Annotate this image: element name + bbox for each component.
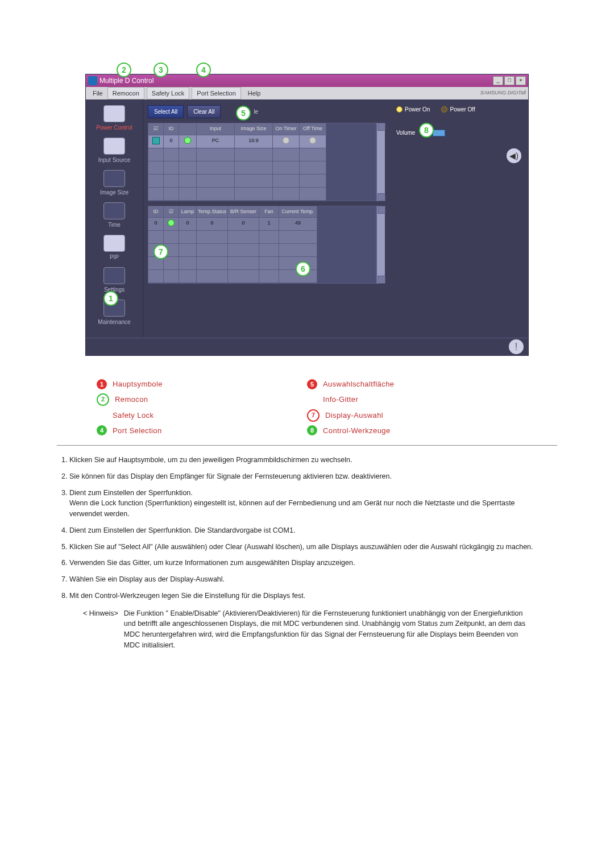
legend-num: 7 — [307, 409, 320, 422]
grid-scrollbar[interactable] — [376, 206, 385, 284]
legend-num: 5 — [307, 379, 317, 389]
titlebar: Multiple D Control _ □ × — [86, 74, 528, 87]
legend-label: Info-Gitter — [323, 394, 358, 405]
power-off-radio[interactable]: Power Off — [441, 105, 475, 114]
statusbar: ! — [86, 338, 528, 355]
cell2-temp: 0 — [197, 218, 228, 231]
hinweis-label: < Hinweis> — [83, 608, 118, 651]
menu-help[interactable]: Help — [243, 88, 265, 99]
table-row[interactable] — [148, 175, 376, 188]
callout-1: 1 — [103, 291, 118, 306]
time-icon — [103, 202, 125, 219]
display-grid: ☑ ID Input Image Size On Timer Off Time — [148, 123, 385, 201]
table-row[interactable] — [148, 161, 376, 175]
warning-icon: ! — [509, 339, 524, 354]
volume-slider[interactable] — [433, 130, 445, 136]
volume-label: Volume — [396, 128, 415, 137]
cell2-id: 0 — [148, 218, 164, 231]
menubar: File Remocon Safety Lock Port Selection … — [86, 87, 528, 99]
menu-safety-lock[interactable]: Safety Lock — [147, 87, 189, 100]
col2-chk: ☑ — [164, 206, 179, 218]
legend-label: Auswahlschaltfläche — [323, 379, 394, 390]
legend-label: Control-Werkzeuge — [323, 425, 391, 437]
cell2-lamp: 0 — [179, 218, 197, 231]
cell-id: 0 — [164, 135, 179, 148]
le-label: le — [254, 107, 258, 116]
app-window: Multiple D Control _ □ × File Remocon Sa… — [85, 74, 529, 356]
callout-3: 3 — [154, 63, 168, 77]
callout-6: 6 — [296, 261, 310, 276]
app-icon — [88, 76, 97, 85]
legend-label: Remocon — [115, 394, 148, 405]
legend-num: 2 — [97, 393, 109, 406]
sidebar-item-label: Image Size — [100, 188, 128, 197]
sidebar-item-label: Input Source — [98, 156, 131, 164]
sidebar-item-label: Maintenance — [98, 318, 130, 326]
table-row[interactable] — [148, 231, 376, 244]
info-grid: ID ☑ Lamp Temp.Status B/R Senser Fan Cur… — [148, 206, 385, 284]
power-on-label: Power On — [405, 105, 430, 114]
notes-section: Klicken Sie auf Hauptsymbole, um zu den … — [0, 455, 614, 651]
clear-all-button[interactable]: Clear All — [187, 105, 221, 118]
col-check: ☑ — [148, 123, 164, 135]
radio-icon — [396, 106, 403, 113]
col2-br: B/R Senser — [228, 206, 259, 218]
note-item: Mit den Control-Werkzeugen legen Sie die… — [69, 591, 534, 601]
callout-8: 8 — [419, 123, 434, 138]
table-row[interactable] — [148, 270, 376, 283]
divider — [57, 445, 557, 446]
status-indicator-icon — [168, 219, 175, 226]
table-row[interactable] — [148, 188, 376, 201]
speaker-icon[interactable]: ◀) — [507, 148, 521, 163]
legend: 1Hauptsymbole 5Auswahlschaltfläche 2Remo… — [0, 373, 614, 436]
legend-num: 4 — [97, 425, 107, 435]
power-off-label: Power Off — [450, 105, 475, 114]
sidebar-item-power[interactable]: Power Control — [86, 105, 143, 132]
row-checkbox[interactable] — [152, 137, 160, 144]
cell2-fan: 1 — [259, 218, 279, 231]
table-row[interactable] — [148, 148, 376, 161]
cell-input: PC — [197, 135, 235, 148]
legend-label: Hauptsymbole — [113, 379, 163, 390]
menu-file[interactable]: File — [88, 88, 107, 99]
menu-remocon[interactable]: Remocon — [107, 87, 144, 100]
sidebar-item-input[interactable]: Input Source — [86, 138, 143, 164]
col2-cur: Current Temp. — [279, 206, 317, 218]
sidebar-item-label: Power Control — [96, 123, 132, 132]
col2-lamp: Lamp — [179, 206, 197, 218]
col-image-size: Image Size — [235, 123, 273, 135]
off-timer-icon — [309, 137, 316, 144]
legend-label: Safety Lock — [113, 410, 154, 421]
maximize-button[interactable]: □ — [504, 76, 515, 85]
sidebar-item-pip[interactable]: PIP — [86, 235, 143, 261]
select-all-button[interactable]: Select All — [148, 105, 184, 118]
sidebar-item-label: PIP — [110, 253, 119, 261]
power-on-radio[interactable]: Power On — [396, 105, 430, 114]
col-id: ID — [164, 123, 179, 135]
col2-id: ID — [148, 206, 164, 218]
col-input: Input — [197, 123, 235, 135]
hinweis-block: < Hinweis> Die Funktion " Enable/Disable… — [83, 608, 534, 651]
table-row[interactable]: 0 0 0 0 1 49 — [148, 218, 376, 231]
table-row[interactable]: 0 PC 16:9 — [148, 135, 376, 148]
note-item: Klicken Sie auf Hauptsymbole, um zu den … — [69, 455, 534, 466]
legend-num: 8 — [307, 425, 317, 435]
col2-fan: Fan — [259, 206, 279, 218]
callout-4: 4 — [196, 63, 211, 77]
menu-port-selection[interactable]: Port Selection — [192, 87, 240, 100]
minimize-button[interactable]: _ — [493, 76, 503, 85]
grid-scrollbar[interactable] — [376, 123, 385, 201]
sidebar-item-image-size[interactable]: Image Size — [86, 170, 143, 197]
image-size-icon — [103, 170, 125, 187]
sidebar-item-settings[interactable]: Settings — [86, 267, 143, 294]
legend-label: Port Selection — [113, 425, 162, 437]
table-row[interactable] — [148, 244, 376, 257]
table-row[interactable] — [148, 257, 376, 270]
window-title: Multiple D Control — [99, 76, 493, 86]
callout-7: 7 — [154, 244, 168, 259]
sidebar-item-time[interactable]: Time — [86, 202, 143, 229]
power-icon — [103, 105, 125, 122]
sidebar-item-label: Time — [108, 221, 121, 229]
close-button[interactable]: × — [516, 76, 526, 85]
radio-icon — [441, 106, 447, 113]
